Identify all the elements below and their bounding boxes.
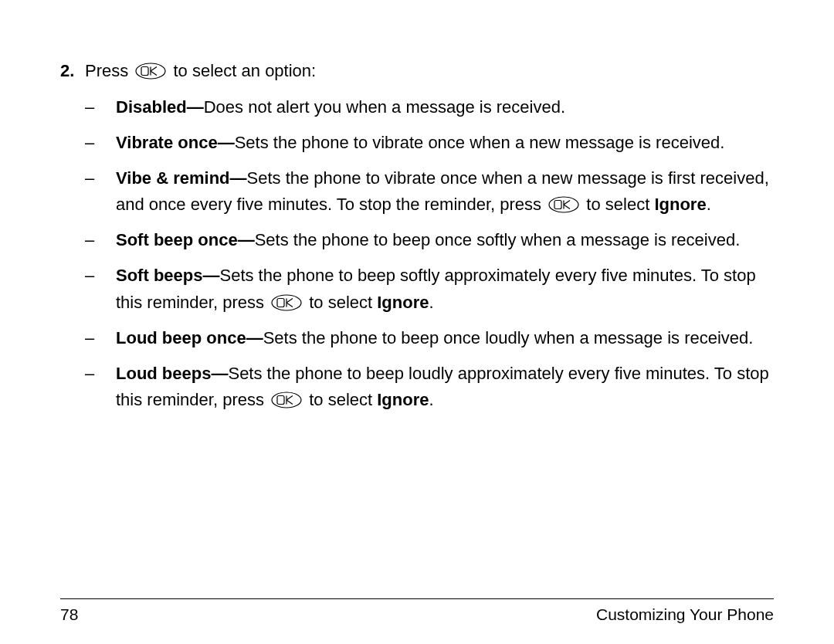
dash: –: [85, 325, 116, 351]
ok-button-icon: [271, 294, 302, 311]
ok-button-icon: [548, 196, 579, 213]
item-period: .: [707, 195, 711, 214]
svg-rect-5: [277, 298, 284, 307]
list-item: – Loud beep once—Sets the phone to beep …: [85, 325, 774, 351]
item-title: Loud beeps—: [116, 364, 228, 383]
item-text: Loud beep once—Sets the phone to beep on…: [116, 325, 774, 351]
item-title: Vibe & remind—: [116, 168, 247, 188]
item-tail: Ignore: [377, 293, 429, 312]
list-item: – Vibe & remind—Sets the phone to vibrat…: [85, 165, 774, 218]
footer-title: Customizing Your Phone: [596, 605, 774, 624]
item-desc: Sets the phone to beep once softly when …: [255, 230, 741, 249]
item-text: Loud beeps—Sets the phone to beep loudly…: [116, 361, 774, 413]
list-item: – Soft beep once—Sets the phone to beep …: [85, 227, 774, 253]
list-item: – Loud beeps—Sets the phone to beep loud…: [85, 361, 774, 413]
item-period: .: [429, 293, 433, 312]
step-text: Press to select an option:: [85, 58, 774, 83]
item-text: Soft beep once—Sets the phone to beep on…: [116, 227, 774, 253]
item-desc: Sets the phone to beep once loudly when …: [263, 328, 754, 347]
svg-rect-7: [277, 396, 284, 405]
dash: –: [85, 94, 116, 120]
item-tail: Ignore: [377, 390, 429, 409]
footer-rule: [60, 598, 774, 599]
item-desc: Does not alert you when a message is rec…: [204, 97, 565, 117]
item-title: Disabled—: [116, 97, 204, 117]
dash: –: [85, 165, 116, 218]
item-tail: Ignore: [654, 195, 706, 214]
dash: –: [85, 263, 116, 315]
item-post: to select: [304, 293, 377, 312]
list-item: – Soft beeps—Sets the phone to beep soft…: [85, 263, 774, 315]
page-number: 78: [60, 605, 78, 624]
dash: –: [85, 227, 116, 253]
item-text: Vibrate once—Sets the phone to vibrate o…: [116, 130, 774, 156]
list-item: – Disabled—Does not alert you when a mes…: [85, 94, 774, 120]
item-desc: Sets the phone to vibrate once when a ne…: [235, 133, 725, 152]
svg-rect-3: [554, 201, 561, 209]
item-post: to select: [304, 390, 377, 409]
option-list: – Disabled—Does not alert you when a mes…: [85, 94, 774, 413]
item-title: Loud beep once—: [116, 328, 263, 347]
item-title: Vibrate once—: [116, 133, 235, 152]
dash: –: [85, 361, 116, 413]
ok-button-icon: [271, 391, 302, 408]
item-period: .: [429, 390, 433, 409]
item-text: Disabled—Does not alert you when a messa…: [116, 94, 774, 120]
step-number: 2.: [60, 58, 85, 83]
item-title: Soft beep once—: [116, 230, 255, 249]
list-item: – Vibrate once—Sets the phone to vibrate…: [85, 130, 774, 156]
step-lead-post: to select an option:: [174, 61, 317, 80]
step-lead-pre: Press: [85, 61, 128, 80]
item-text: Soft beeps—Sets the phone to beep softly…: [116, 263, 774, 315]
step-2: 2. Press to select an option:: [60, 58, 774, 83]
dash: –: [85, 130, 116, 156]
main-content: 2. Press to select an option: – Disabled…: [60, 58, 774, 413]
ok-button-icon: [135, 63, 166, 80]
page-footer: 78 Customizing Your Phone: [60, 605, 774, 624]
item-post: to select: [581, 195, 654, 214]
item-title: Soft beeps—: [116, 266, 219, 285]
svg-rect-1: [141, 67, 148, 76]
item-text: Vibe & remind—Sets the phone to vibrate …: [116, 165, 774, 218]
